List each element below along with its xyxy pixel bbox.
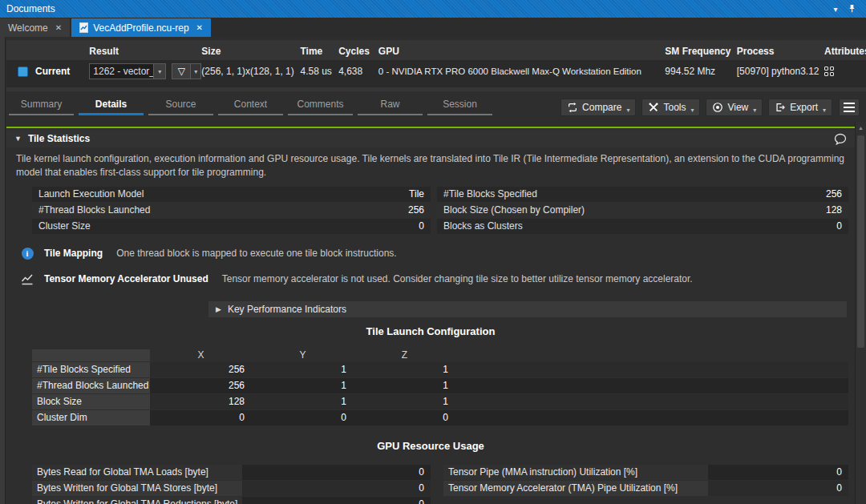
- filter-dropdown-caret[interactable]: ▾: [191, 63, 201, 79]
- gpu-resource-usage-title: GPU Resource Usage: [6, 440, 855, 452]
- process-value: [50970] python3.12: [737, 59, 824, 83]
- baseline-checkbox[interactable]: [18, 67, 28, 77]
- tab-welcome[interactable]: Welcome ✕: [0, 18, 70, 37]
- baseline-result-column: Result 1262 - vector_ ▾ ▽ ▾: [89, 44, 201, 91]
- scroll-up-arrow-icon[interactable]: ▲: [856, 122, 866, 133]
- tile-statistics-table: Launch Execution Model Tile #Thread Bloc…: [32, 187, 855, 235]
- section-title: Tile Statistics: [28, 133, 90, 144]
- tab-context[interactable]: Context: [216, 97, 285, 118]
- chevron-down-icon[interactable]: ▾: [153, 64, 165, 79]
- baseline-current-column: Current: [11, 44, 89, 91]
- result-header: Result: [89, 44, 201, 59]
- section-description: Tile kernel launch configuration, execut…: [6, 147, 855, 179]
- comment-bubble-icon[interactable]: [834, 133, 847, 145]
- funnel-icon: ▽: [178, 66, 185, 77]
- baseline-size-column: Size (256, 1, 1)x(128, 1, 1): [201, 44, 300, 91]
- cycles-value: 4,638: [338, 59, 378, 83]
- size-value: (256, 1, 1)x(128, 1, 1): [201, 59, 300, 83]
- eye-icon: [712, 102, 723, 113]
- page-tabs: Summary Details Source Context Comments …: [6, 97, 495, 118]
- filter-button[interactable]: ▽: [172, 63, 191, 79]
- compare-icon: [567, 102, 578, 113]
- vertical-scrollbar[interactable]: ▲: [855, 122, 866, 504]
- tile-launch-configuration-title: Tile Launch Configuration: [6, 325, 855, 337]
- time-value: 4.58 us: [300, 59, 338, 83]
- tab-welcome-label: Welcome: [8, 22, 48, 34]
- table-row: Tensor Pipe (MMA instruction) Utilizatio…: [443, 465, 848, 480]
- table-row: #Thread Blocks Launched 256: [32, 203, 431, 218]
- export-icon: [775, 102, 786, 113]
- size-header: Size: [201, 44, 300, 59]
- document-tab-bar: Welcome ✕ VecAddProfile.ncu-rep ✕: [0, 18, 866, 37]
- tab-details[interactable]: Details: [76, 97, 146, 118]
- tma-unused-notice: Tensor Memory Accelerator Unused Tensor …: [21, 272, 855, 286]
- key-performance-indicators-expander[interactable]: ▶ Key Performance Indicators: [208, 301, 847, 317]
- result-dropdown[interactable]: 1262 - vector_ ▾: [89, 63, 166, 79]
- table-row: Bytes Written for Global TMA Reductions …: [32, 497, 431, 504]
- close-icon[interactable]: ✕: [55, 23, 62, 32]
- page-tab-row: Summary Details Source Context Comments …: [6, 95, 860, 119]
- tools-button[interactable]: Tools ▾: [641, 99, 700, 116]
- tab-session[interactable]: Session: [425, 97, 495, 118]
- expander-closed-icon: ▶: [216, 305, 221, 313]
- baseline-attributes-column: Attributes: [824, 44, 866, 91]
- expander-open-icon[interactable]: ▼: [14, 135, 22, 143]
- baseline-cycles-column: Cycles 4,638: [338, 44, 378, 91]
- table-row: #Tile Blocks Specified 256: [437, 187, 848, 202]
- baseline-time-column: Time 4.58 us: [300, 44, 338, 91]
- table-row: Tensor Memory Accelerator (TMA) Pipe Uti…: [443, 481, 848, 496]
- tile-launch-configuration-table: X Y Z #Tile Blocks Specified 256 1 1 #Th…: [32, 349, 848, 425]
- left-gutter: [0, 37, 6, 504]
- tile-statistics-section-header[interactable]: ▼ Tile Statistics: [6, 130, 855, 147]
- pin-icon[interactable]: [844, 0, 860, 18]
- report-body: ▼ Tile Statistics Tile kernel launch con…: [6, 122, 855, 504]
- attributes-grid-icon[interactable]: [824, 67, 834, 76]
- line-chart-icon: [21, 272, 34, 285]
- table-row: Launch Execution Model Tile: [32, 187, 431, 202]
- table-row: Cluster Dim 0 0 0: [32, 410, 848, 425]
- tab-report[interactable]: VecAddProfile.ncu-rep ✕: [71, 18, 211, 37]
- section-accent-rule: [6, 127, 855, 128]
- gpu-resource-usage-tables: Bytes Read for Global TMA Loads [byte] 0…: [32, 465, 855, 504]
- tab-raw[interactable]: Raw: [355, 97, 425, 118]
- compare-button[interactable]: Compare ▾: [560, 99, 636, 116]
- time-header: Time: [300, 44, 338, 59]
- chevron-down-icon: ▾: [823, 107, 826, 114]
- tools-icon: [648, 102, 659, 113]
- gpu-header: GPU: [378, 44, 666, 59]
- sm-frequency-value: 994.52 Mhz: [665, 59, 736, 83]
- table-row: #Thread Blocks Launched 256 1 1: [32, 378, 848, 393]
- table-header-row: X Y Z: [32, 349, 848, 361]
- scrollbar-thumb[interactable]: [857, 135, 864, 348]
- cycles-header: Cycles: [338, 44, 378, 59]
- attributes-header: Attributes: [824, 44, 866, 59]
- chevron-down-icon: ▾: [753, 107, 756, 114]
- table-row: Bytes Read for Global TMA Loads [byte] 0: [32, 465, 431, 480]
- chevron-down-icon[interactable]: ▾: [828, 0, 844, 18]
- table-row: Cluster Size 0: [32, 219, 431, 234]
- tile-mapping-notice: i Tile Mapping One thread block is mappe…: [21, 246, 855, 260]
- result-dropdown-value: 1262 - vector_: [90, 66, 153, 77]
- info-icon: i: [22, 248, 34, 260]
- gpu-value: 0 - NVIDIA RTX PRO 6000 Blackwell Max-Q …: [378, 59, 666, 83]
- tab-summary[interactable]: Summary: [6, 97, 76, 118]
- view-button[interactable]: View ▾: [706, 99, 763, 116]
- report-file-icon: [79, 22, 88, 33]
- window-title-bar: Documents ▾: [0, 0, 866, 18]
- tab-comments[interactable]: Comments: [285, 97, 355, 118]
- baseline-sm-frequency-column: SM Frequency 994.52 Mhz: [665, 44, 736, 91]
- export-button[interactable]: Export ▾: [768, 99, 832, 116]
- baseline-row-label: Current: [35, 66, 70, 77]
- table-row: Blocks as Clusters 0: [437, 219, 848, 234]
- table-row: Block Size 128 1 1: [32, 394, 848, 409]
- process-header: Process: [737, 44, 824, 59]
- table-row: Block Size (Chosen by Compiler) 128: [437, 203, 848, 218]
- close-icon[interactable]: ✕: [196, 23, 203, 32]
- tab-source[interactable]: Source: [146, 97, 216, 118]
- chevron-down-icon: ▾: [690, 107, 694, 114]
- table-row: Bytes Written for Global TMA Stores [byt…: [32, 481, 431, 496]
- sm-frequency-header: SM Frequency: [665, 44, 736, 59]
- hamburger-menu-button[interactable]: [839, 99, 860, 116]
- window-title: Documents: [6, 3, 55, 14]
- chevron-down-icon: ▾: [626, 107, 629, 114]
